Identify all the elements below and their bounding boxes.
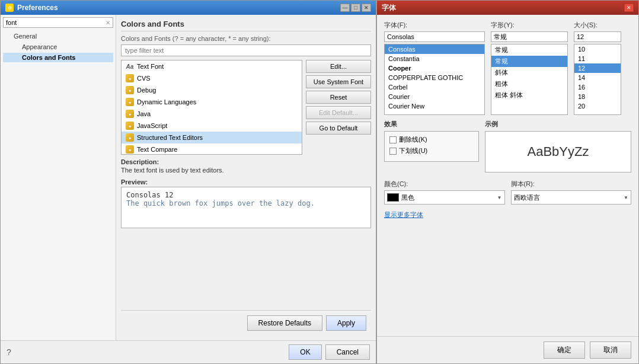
size-11[interactable]: 11 xyxy=(574,54,621,63)
font-content: 字体(F): Consolas Constantia Cooper COPPER… xyxy=(377,15,638,336)
preview-line2: The quick brown fox jumps over the lazy … xyxy=(126,199,366,207)
underline-checkbox[interactable] xyxy=(389,148,397,155)
font-cancel-button[interactable]: 取消 xyxy=(590,341,631,359)
font-list-item-corbel[interactable]: Corbel xyxy=(385,82,484,92)
go-to-default-button[interactable]: Go to Default xyxy=(306,122,371,135)
list-and-buttons: Aa Text Font ● CVS ● Debug ● Dynamic Lan… xyxy=(121,60,371,155)
font-row1: 字体(F): Consolas Constantia Cooper COPPER… xyxy=(384,21,631,115)
sample-label: 示例 xyxy=(485,120,631,129)
color-selector[interactable]: 黑色 ▼ xyxy=(384,190,505,205)
tree-item-cvs[interactable]: ● CVS xyxy=(122,72,302,84)
help-icon[interactable]: ? xyxy=(7,347,11,357)
font-dialog-footer: 确定 取消 xyxy=(377,336,638,363)
size-20[interactable]: 20 xyxy=(574,101,621,111)
font-column: 字体(F): Consolas Constantia Cooper COPPER… xyxy=(384,21,485,115)
style-list-item-italic[interactable]: 斜体 xyxy=(491,67,567,78)
javascript-icon: ● xyxy=(125,121,135,130)
sample-preview: AaBbYyZz xyxy=(485,131,631,173)
underline-label: 下划线(U) xyxy=(399,146,427,155)
search-box[interactable]: ✕ xyxy=(3,17,113,28)
preferences-panel: ⚙ Preferences — □ ✕ ✕ General Appearance… xyxy=(0,0,376,364)
size-list[interactable]: 10 11 12 14 16 18 20 xyxy=(574,44,621,115)
tree-list[interactable]: Aa Text Font ● CVS ● Debug ● Dynamic Lan… xyxy=(121,60,302,155)
size-12[interactable]: 12 xyxy=(574,63,621,73)
search-clear-icon[interactable]: ✕ xyxy=(106,20,110,26)
filter-description: Colors and Fonts (? = any character, * =… xyxy=(121,35,371,42)
sidebar-item-general[interactable]: General xyxy=(3,31,113,41)
debug-icon: ● xyxy=(125,85,135,95)
sidebar-item-colors-fonts[interactable]: Colors and Fonts xyxy=(3,53,113,62)
sample-section: 示例 AaBbYyZz xyxy=(485,120,631,173)
style-list-item-selected[interactable]: 常规 xyxy=(491,56,567,67)
font-dialog-close-button[interactable]: ✕ xyxy=(624,4,634,12)
java-icon: ● xyxy=(125,109,135,119)
size-16[interactable]: 16 xyxy=(574,82,621,92)
style-column: 字形(Y): 常规 常规 斜体 粗体 粗体 斜体 xyxy=(491,21,568,115)
tree-item-text-font[interactable]: Aa Text Font xyxy=(122,60,302,72)
tree-item-debug[interactable]: ● Debug xyxy=(122,84,302,96)
style-input[interactable] xyxy=(491,31,568,42)
ok-button[interactable]: OK xyxy=(289,344,321,360)
script-value: 西欧语言 xyxy=(514,193,540,202)
color-column: 颜色(C): 黑色 ▼ xyxy=(384,180,505,205)
tree-item-text-compare[interactable]: ● Text Compare xyxy=(122,143,302,155)
font-ok-button[interactable]: 确定 xyxy=(544,341,585,359)
font-list-item-courier[interactable]: Courier xyxy=(385,92,484,101)
style-label: 字形(Y): xyxy=(491,21,568,30)
color-text: 黑色 xyxy=(401,193,497,202)
close-button[interactable]: ✕ xyxy=(362,4,371,12)
font-list-item-consolas[interactable]: Consolas xyxy=(385,44,484,54)
reset-button[interactable]: Reset xyxy=(306,91,371,104)
preview-line1: Consolas 12 xyxy=(126,191,366,199)
filter-input[interactable] xyxy=(121,44,371,56)
sidebar-item-appearance[interactable]: Appearance xyxy=(3,42,113,52)
preferences-content: ✕ General Appearance Colors and Fonts Co… xyxy=(1,15,376,340)
preview-box: Consolas 12 The quick brown fox jumps ov… xyxy=(121,187,371,228)
font-list-item-constantia[interactable]: Constantia xyxy=(385,54,484,63)
font-list-item-courier-new[interactable]: Courier New xyxy=(385,101,484,111)
style-list[interactable]: 常规 常规 斜体 粗体 粗体 斜体 xyxy=(491,44,568,115)
tree-item-dynamic-languages[interactable]: ● Dynamic Languages xyxy=(122,96,302,108)
restore-defaults-button[interactable]: Restore Defaults xyxy=(247,315,322,331)
size-14[interactable]: 14 xyxy=(574,73,621,82)
preferences-icon: ⚙ xyxy=(5,4,14,12)
font-name-input[interactable] xyxy=(384,31,485,42)
preview-label: Preview: xyxy=(121,178,371,186)
cancel-button[interactable]: Cancel xyxy=(325,344,370,360)
font-title-bar: 字体 ✕ xyxy=(377,1,638,15)
size-column: 大小(S): 10 11 12 14 16 18 20 xyxy=(574,21,621,115)
sample-text: AaBbYyZz xyxy=(528,144,589,159)
strikethrough-checkbox[interactable] xyxy=(389,136,397,143)
size-10[interactable]: 10 xyxy=(574,44,621,54)
font-list-item-cooper[interactable]: Cooper xyxy=(385,63,484,73)
minimize-button[interactable]: — xyxy=(340,4,350,12)
strikethrough-label: 删除线(K) xyxy=(399,135,427,144)
tree-item-javascript[interactable]: ● JavaScript xyxy=(122,120,302,132)
apply-button[interactable]: Apply xyxy=(326,315,366,331)
title-bar-left: ⚙ Preferences xyxy=(5,4,58,12)
font-list[interactable]: Consolas Constantia Cooper COPPERPLATE G… xyxy=(384,44,485,115)
preferences-title-bar: ⚙ Preferences — □ ✕ xyxy=(1,1,376,15)
font-dialog: 字体 ✕ 字体(F): Consolas Constantia Cooper C… xyxy=(376,0,639,364)
show-more-fonts-link[interactable]: 显示更多字体 xyxy=(384,210,631,219)
edit-default-button[interactable]: Edit Default... xyxy=(306,106,371,119)
maximize-button[interactable]: □ xyxy=(351,4,360,12)
underline-row: 下划线(U) xyxy=(389,146,474,155)
font-list-item-copperplate[interactable]: COPPERPLATE GOTHIC xyxy=(385,73,484,82)
color-label: 颜色(C): xyxy=(384,180,505,189)
font-label: 字体(F): xyxy=(384,21,485,30)
tree-item-structured-text[interactable]: ● Structured Text Editors xyxy=(122,132,302,143)
description-section: Description: The text font is used by te… xyxy=(121,158,371,174)
tree-item-java[interactable]: ● Java xyxy=(122,108,302,120)
size-input[interactable] xyxy=(574,31,621,42)
preview-section: Preview: Consolas 12 The quick brown fox… xyxy=(121,178,371,310)
search-input[interactable] xyxy=(6,19,106,26)
style-list-item-bold[interactable]: 粗体 xyxy=(491,78,567,90)
size-label: 大小(S): xyxy=(574,21,621,30)
style-list-item-bold-italic[interactable]: 粗体 斜体 xyxy=(491,90,567,101)
style-list-item-regular[interactable]: 常规 xyxy=(491,44,567,56)
edit-button[interactable]: Edit... xyxy=(306,60,371,73)
size-18[interactable]: 18 xyxy=(574,92,621,101)
use-system-font-button[interactable]: Use System Font xyxy=(306,75,371,88)
script-selector[interactable]: 西欧语言 ▼ xyxy=(511,190,632,205)
